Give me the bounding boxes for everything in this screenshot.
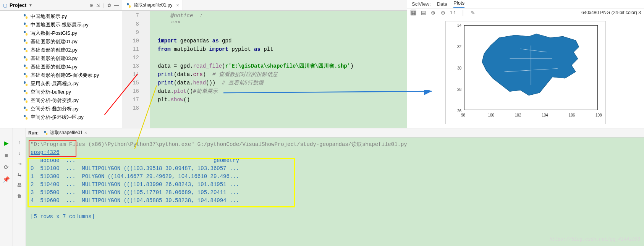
restart-button[interactable]: ⟳ [4,164,9,171]
run-tab-shapefile01[interactable]: 读取shapefile01 × [43,129,87,136]
code-line[interactable]: plt.show() [158,95,407,104]
svg-rect-1 [26,16,28,19]
stop-button[interactable]: ■ [5,152,8,159]
fold-column [143,11,150,128]
zoom-in-icon[interactable]: ⊕ [430,10,436,16]
svg-rect-23 [26,109,28,111]
code-editor[interactable]: 789101112131415161718 @notice : """impor… [122,11,407,128]
tab-data[interactable]: Data [437,1,447,7]
file-item[interactable]: 基础图形的创建03.py [0,54,122,63]
run-controls-2: ↑ ↓ ⇥ ⇆ 🖶 🗑 [13,128,26,246]
down-button[interactable]: ↓ [18,151,21,156]
file-item[interactable]: 中国地图展示-投影展示.py [0,21,122,29]
svg-rect-25 [26,117,28,120]
file-item[interactable]: 基础图形的创建05-面状要素.py [0,71,122,79]
print-button[interactable]: 🖶 [17,183,22,188]
fit-icon[interactable]: ▦ [410,10,416,16]
svg-rect-20 [24,98,26,100]
svg-rect-29 [46,133,47,135]
run-tab-label: 读取shapefile01 [50,129,83,136]
code-line[interactable]: @notice : [158,11,407,20]
python-file-icon [23,89,28,95]
code-line[interactable] [158,104,407,112]
pin-button[interactable]: 📌 [3,176,10,183]
file-item[interactable]: 中国地图展示.py [0,12,122,21]
chevron-down-icon[interactable]: ▼ [29,3,32,7]
file-item[interactable]: 应用实例-展高程点.py [0,79,122,88]
svg-rect-5 [26,33,28,36]
svg-rect-17 [26,84,28,86]
up-button[interactable]: ↑ [18,140,21,145]
run-panel: ▶ ■ ⟳ 📌 ↑ ↓ ⇥ ⇆ 🖶 🗑 Run: 读取shapefile01 ×… [0,128,644,246]
grid-icon[interactable]: ▤ [420,10,426,16]
project-label[interactable]: Project [10,2,26,8]
svg-rect-21 [26,100,28,103]
tab-shapefile01[interactable]: 读取shapefile01.py × [122,0,183,10]
file-item[interactable]: 基础图形的创建02.py [0,46,122,54]
run-label: Run: [28,130,39,136]
svg-rect-2 [24,23,26,25]
python-file-icon [23,31,28,36]
soft-wrap-button[interactable]: ⇆ [18,172,21,177]
plot-axes [464,25,598,110]
sciview-header: SciView: Data Plots [407,0,644,8]
python-file-icon [23,73,28,78]
line-gutter: 789101112131415161718 [122,11,143,128]
svg-rect-24 [24,115,26,117]
gear-icon[interactable]: ✿ [107,3,111,8]
file-name: 基础图形的创建02.py [31,47,78,53]
python-file-icon [126,3,131,8]
file-item[interactable]: 写入数据-PostGIS.py [0,29,122,37]
code-area[interactable]: @notice : """import geopandas as gpdfrom… [150,11,407,128]
file-name: 基础图形的创建01.py [31,38,78,45]
svg-rect-4 [24,31,26,33]
close-icon[interactable]: × [176,3,179,8]
code-line[interactable] [158,53,407,62]
file-tree[interactable]: 中国地图展示.py中国地图展示-投影展示.py写入数据-PostGIS.py基础… [0,11,122,128]
file-name: 写入数据-PostGIS.py [31,30,77,37]
code-line[interactable]: data.plot()#简单展示 [158,87,407,95]
close-icon[interactable]: × [84,130,87,136]
file-name: 基础图形的创建05-面状要素.py [31,72,99,79]
file-name: 空间分析-叠加分析.py [31,105,79,112]
trash-button[interactable]: 🗑 [17,193,22,199]
python-file-icon [23,115,28,120]
code-line[interactable]: """ [158,20,407,28]
svg-rect-26 [127,3,129,5]
expand-icon[interactable]: ⇲ [96,3,100,8]
minimize-icon[interactable]: — [114,3,119,8]
file-item[interactable]: 空间分析-叠加分析.py [0,105,122,113]
code-line[interactable]: print(data.head()) # 查看前5行数据 [158,79,407,87]
file-item[interactable]: 基础图形的创建04.py [0,63,122,71]
python-file-icon [23,81,28,86]
svg-rect-7 [26,42,28,44]
divider-icon: | [103,3,104,8]
wrap-button[interactable]: ⇥ [18,161,21,167]
code-line[interactable]: from matplotlib import pyplot as plt [158,45,407,53]
file-item[interactable]: 空间分析-仿射变换.py [0,96,122,105]
code-line[interactable] [158,28,407,37]
svg-rect-6 [24,39,26,42]
tab-plots[interactable]: Plots [453,0,464,8]
file-item[interactable]: 基础图形的创建01.py [0,37,122,46]
zoom-out-icon[interactable]: ⊖ [440,10,446,16]
run-tabs: Run: 读取shapefile01 × [26,128,644,138]
svg-rect-8 [24,48,26,50]
code-line[interactable]: data = gpd.read_file(r'E:\gisData\shapef… [158,62,407,70]
target-icon[interactable]: ⊕ [89,3,93,8]
run-controls: ▶ ■ ⟳ 📌 [0,128,13,246]
svg-rect-9 [26,50,28,52]
console-output[interactable]: "D:\Program Files (x86)\Python\Python37\… [26,138,644,246]
file-item[interactable]: 空间分析-buffer.py [0,88,122,96]
file-item[interactable]: 空间分析-多环缓冲区.py [0,113,122,121]
code-line[interactable]: print(data.crs) # 查看数据对应的投影信息 [158,70,407,79]
svg-rect-10 [24,56,26,58]
code-line[interactable]: import geopandas as gpd [158,37,407,45]
python-file-icon [23,14,28,19]
one-to-one-icon[interactable]: 1:1 [450,10,456,15]
plot-image[interactable]: 3432302826 98100102104106108 [445,21,606,124]
run-button[interactable]: ▶ [4,140,9,147]
python-file-icon [23,47,28,53]
svg-rect-16 [24,81,26,84]
picker-icon[interactable]: ✎ [470,10,476,16]
